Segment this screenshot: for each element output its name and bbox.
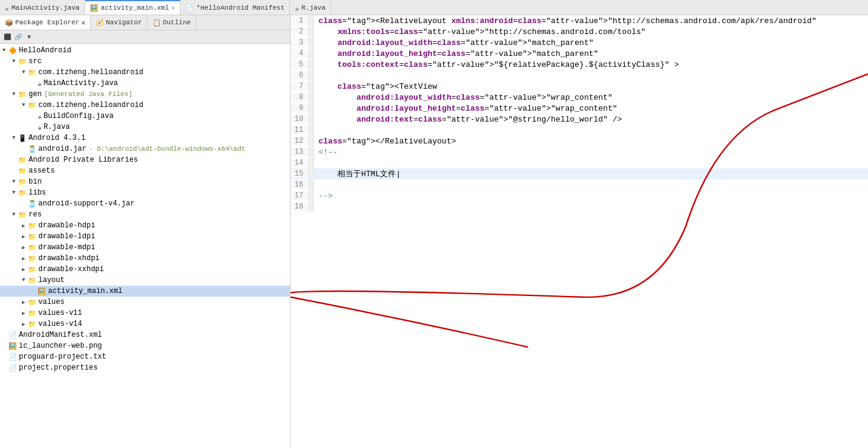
- tree-expand-arrow[interactable]: ▼: [12, 91, 18, 97]
- tree-expand-arrow[interactable]: ▶: [22, 255, 28, 262]
- tree-item-label: BuildConfig.java: [44, 112, 114, 120]
- tree-item[interactable]: ▶📁values: [0, 297, 290, 308]
- code-line[interactable]: 12class="tag"></RelativeLayout>: [291, 136, 868, 146]
- tree-item-label: drawable-xxhdpi: [38, 265, 104, 274]
- code-line[interactable]: 7 class="tag"><TextView: [291, 81, 868, 92]
- tree-item[interactable]: 📄proguard-project.txt: [0, 351, 290, 362]
- tree-item[interactable]: ☕R.java: [0, 122, 290, 133]
- tab-activity-main[interactable]: 🖼️ activity_main.xml ✕: [85, 0, 181, 15]
- tree-item[interactable]: ▶📁drawable-ldpi: [0, 231, 290, 242]
- tree-item[interactable]: ▼📁gen[Generated Java Files]: [0, 89, 290, 100]
- explorer-tab-close[interactable]: ✕: [81, 19, 86, 27]
- tree-item[interactable]: ▶📁drawable-mdpi: [0, 242, 290, 253]
- line-gutter: [309, 168, 314, 179]
- tree-expand-arrow[interactable]: ▼: [12, 190, 18, 196]
- outline-icon: 📋: [153, 19, 161, 27]
- code-line[interactable]: 15 相当于HTML文件|: [291, 168, 868, 179]
- tab-navigator[interactable]: 🧭 Navigator: [91, 15, 147, 30]
- tab-close-icon[interactable]: ✕: [171, 4, 175, 12]
- tree-item-label: drawable-mdpi: [38, 243, 95, 252]
- code-line[interactable]: 13<!--: [291, 146, 868, 157]
- tree-expand-arrow[interactable]: ▶: [22, 222, 28, 229]
- tree-item[interactable]: ▼📁bin: [0, 176, 290, 187]
- tree-expand-arrow[interactable]: ▼: [22, 102, 28, 108]
- code-line[interactable]: 14: [291, 157, 868, 168]
- tab-manifest[interactable]: 📄 *HelloAndroid Manifest: [181, 0, 290, 15]
- tree-item[interactable]: ▼📁src: [0, 56, 290, 67]
- code-line[interactable]: 16: [291, 179, 868, 190]
- tree-item-label: layout: [38, 276, 64, 284]
- tree-item[interactable]: ▶📁drawable-xxhdpi: [0, 264, 290, 275]
- view-menu-button[interactable]: ▼: [24, 32, 34, 42]
- tree-item[interactable]: ▼📁libs: [0, 187, 290, 198]
- line-number: 4: [291, 49, 309, 58]
- tree-expand-arrow[interactable]: ▼: [12, 212, 18, 218]
- tree-expand-arrow[interactable]: ▶: [22, 310, 28, 317]
- tree-item[interactable]: ▶📁drawable-hdpi: [0, 220, 290, 231]
- tree-item[interactable]: 📁Android Private Libraries: [0, 154, 290, 165]
- code-line[interactable]: 11: [291, 125, 868, 136]
- code-line[interactable]: 17-->: [291, 190, 868, 201]
- code-line[interactable]: 4 android:layout_height=class="attr-valu…: [291, 48, 868, 59]
- line-content: android:text=class="attr-value">"@string…: [314, 115, 622, 124]
- tree-item[interactable]: 📄AndroidManifest.xml: [0, 329, 290, 340]
- tree-item[interactable]: ▼📁layout: [0, 275, 290, 286]
- explorer-tab-bar: 📦 Package Explorer ✕ 🧭 Navigator 📋 Outli…: [0, 15, 290, 30]
- tree-item[interactable]: 🖼️activity_main.xml: [0, 286, 290, 297]
- code-line[interactable]: 8 android:layout_width=class="attr-value…: [291, 92, 868, 103]
- tree-item[interactable]: 🖼️ic_launcher-web.png: [0, 340, 290, 351]
- tab-mainactivity[interactable]: ☕ MainActivity.java: [0, 0, 85, 15]
- tree-item[interactable]: 🫙android.jar- D:\android\adt-bundle-wind…: [0, 143, 290, 154]
- line-number: 17: [291, 191, 309, 200]
- code-line[interactable]: 10 android:text=class="attr-value">"@str…: [291, 114, 868, 125]
- tree-expand-arrow[interactable]: ▶: [22, 233, 28, 240]
- tree-expand-arrow[interactable]: ▶: [22, 266, 28, 273]
- tree-expand-arrow[interactable]: ▼: [22, 69, 28, 75]
- tree-expand-arrow[interactable]: ▼: [12, 179, 18, 185]
- code-line[interactable]: 18: [291, 201, 868, 212]
- tree-item-label: proguard-project.txt: [19, 353, 106, 361]
- tree-item[interactable]: ▶📁values-v11: [0, 308, 290, 319]
- code-line[interactable]: 5 tools:context=class="attr-value">"${re…: [291, 59, 868, 70]
- tab-rjava[interactable]: ☕ R.java: [290, 0, 331, 15]
- tree-item[interactable]: 🫙android-support-v4.jar: [0, 198, 290, 209]
- tree-item[interactable]: 📁assets: [0, 165, 290, 176]
- package-explorer-icon: 📦: [5, 19, 13, 27]
- tab-package-explorer[interactable]: 📦 Package Explorer ✕: [0, 15, 91, 30]
- tree-expand-arrow[interactable]: ▼: [12, 135, 18, 141]
- tree-item[interactable]: 📄project.properties: [0, 362, 290, 373]
- collapse-all-button[interactable]: ⬛: [2, 32, 12, 42]
- tree-item-icon: 📁: [18, 91, 27, 98]
- tree-item[interactable]: ▼📁com.itzheng.helloandroid: [0, 100, 290, 111]
- code-line[interactable]: 9 android:layout_height=class="attr-valu…: [291, 103, 868, 114]
- line-gutter: [309, 114, 314, 125]
- line-number: 14: [291, 159, 309, 167]
- tree-expand-arrow[interactable]: ▼: [22, 277, 28, 283]
- tree-item-icon: 📁: [28, 233, 36, 241]
- tree-item[interactable]: ☕MainActivity.java: [0, 78, 290, 89]
- link-editor-button[interactable]: 🔗: [13, 32, 23, 42]
- tree-expand-arrow[interactable]: ▶: [22, 321, 28, 328]
- tree-item[interactable]: ▼📁res: [0, 209, 290, 220]
- code-editor[interactable]: 1class="tag"><RelativeLayout xmlns:andro…: [291, 15, 868, 448]
- code-line[interactable]: 1class="tag"><RelativeLayout xmlns:andro…: [291, 15, 868, 26]
- tree-item[interactable]: ▼📱Android 4.3.1: [0, 133, 290, 143]
- code-line[interactable]: 3 android:layout_width=class="attr-value…: [291, 37, 868, 48]
- tree-item[interactable]: ☕BuildConfig.java: [0, 111, 290, 122]
- tree-item[interactable]: ▼🔶HelloAndroid: [0, 45, 290, 56]
- line-number: 1: [291, 16, 309, 25]
- code-line[interactable]: 6: [291, 70, 868, 81]
- tree-expand-arrow[interactable]: ▼: [12, 58, 18, 64]
- tree-item[interactable]: ▼📁com.itzheng.helloandroid: [0, 67, 290, 78]
- tab-outline[interactable]: 📋 Outline: [148, 15, 196, 30]
- tree-expand-arrow[interactable]: ▶: [22, 299, 28, 306]
- tree-expand-arrow[interactable]: ▶: [22, 244, 28, 251]
- tree-item-label: values-v14: [38, 320, 82, 328]
- code-line[interactable]: 2 xmlns:tools=class="attr-value">"http:/…: [291, 26, 868, 37]
- tree-item[interactable]: ▶📁drawable-xhdpi: [0, 253, 290, 264]
- tree-expand-arrow[interactable]: ▼: [2, 47, 9, 53]
- tree-item-icon: 📁: [18, 167, 27, 175]
- package-explorer-tree[interactable]: ▼🔶HelloAndroid▼📁src▼📁com.itzheng.helloan…: [0, 44, 290, 448]
- tree-item-label: MainActivity.java: [44, 79, 118, 88]
- tree-item[interactable]: ▶📁values-v14: [0, 319, 290, 329]
